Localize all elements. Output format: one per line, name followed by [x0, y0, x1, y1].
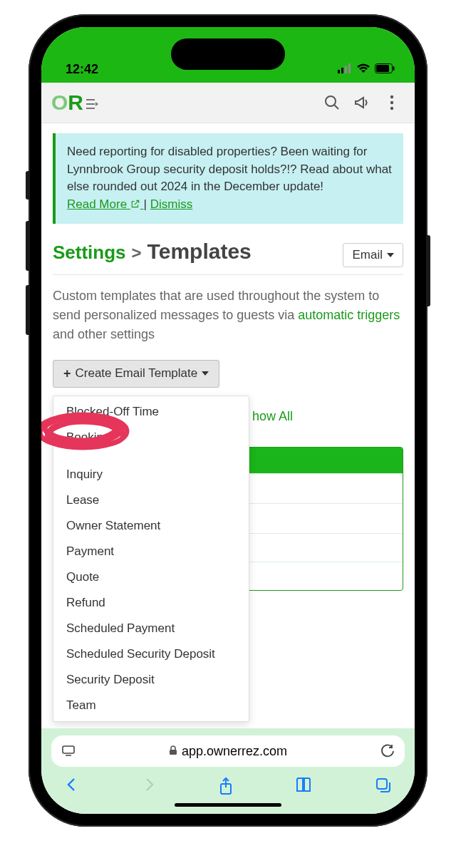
- back-icon[interactable]: [64, 777, 80, 798]
- automatic-triggers-link[interactable]: automatic triggers: [298, 308, 400, 322]
- cellular-icon: [338, 62, 352, 77]
- reload-icon[interactable]: [380, 744, 395, 758]
- phone-volume-up: [26, 221, 30, 271]
- dropdown-item-owner-statement[interactable]: Owner Statement: [53, 513, 249, 539]
- dropdown-item-inquiry[interactable]: Inquiry: [53, 462, 249, 487]
- svg-rect-6: [393, 66, 395, 71]
- screen: 12:42 O R: [41, 27, 415, 814]
- dropdown-item-refund[interactable]: Refund: [53, 590, 249, 616]
- dynamic-island: [171, 38, 285, 70]
- battery-icon: [375, 62, 395, 77]
- search-icon[interactable]: [319, 90, 345, 115]
- svg-rect-3: [348, 63, 351, 73]
- logo-o: O: [51, 91, 68, 115]
- dismiss-link[interactable]: Dismiss: [150, 197, 193, 211]
- svg-point-12: [390, 95, 393, 98]
- chevron-down-icon: [202, 371, 209, 376]
- breadcrumb-separator: >: [132, 243, 142, 263]
- phone-power-button: [426, 235, 430, 306]
- bookmarks-icon[interactable]: [295, 777, 314, 798]
- svg-rect-0: [338, 70, 340, 73]
- notice-banner: Need reporting for disabled properties? …: [53, 133, 403, 224]
- svg-rect-1: [341, 68, 343, 73]
- lock-icon: [169, 744, 177, 759]
- safari-toolbar: [51, 767, 405, 798]
- settings-link[interactable]: Settings: [53, 242, 126, 264]
- svg-rect-5: [376, 65, 389, 72]
- create-email-template-button[interactable]: + Create Email Template: [53, 360, 219, 388]
- logo-r: R: [68, 91, 83, 115]
- svg-point-13: [390, 101, 393, 104]
- svg-line-11: [334, 105, 338, 109]
- notice-separator: |: [144, 197, 150, 211]
- megaphone-icon[interactable]: [349, 90, 375, 115]
- svg-point-10: [326, 96, 336, 106]
- forward-icon: [141, 777, 157, 798]
- notice-text: Need reporting for disabled properties? …: [67, 145, 392, 193]
- read-more-link[interactable]: Read More: [67, 197, 144, 211]
- phone-volume-down: [26, 285, 30, 335]
- phone-mute-switch: [26, 171, 30, 200]
- dropdown-item-quote[interactable]: Quote: [53, 564, 249, 590]
- wifi-icon: [356, 62, 370, 77]
- dropdown-item-team[interactable]: Team: [53, 693, 249, 718]
- dropdown-item-lease[interactable]: Lease: [53, 487, 249, 513]
- tabs-icon[interactable]: [375, 777, 392, 798]
- app-header: O R: [41, 83, 415, 123]
- svg-rect-2: [345, 66, 347, 73]
- more-icon[interactable]: [379, 90, 405, 115]
- logo[interactable]: O R: [51, 91, 99, 115]
- dropdown-item-payment[interactable]: Payment: [53, 539, 249, 564]
- svg-point-14: [390, 107, 393, 110]
- breadcrumb: Settings > Templates Email: [53, 239, 403, 267]
- divider: [53, 274, 403, 275]
- plus-icon: +: [63, 366, 71, 381]
- dropdown-item-security-deposit[interactable]: Security Deposit: [53, 667, 249, 693]
- svg-rect-22: [170, 750, 177, 755]
- home-indicator: [175, 803, 281, 807]
- dropdown-item-scheduled-payment[interactable]: Scheduled Payment: [53, 616, 249, 641]
- dropdown-item-booking[interactable]: Booking: [53, 425, 249, 450]
- filter-dropdown[interactable]: Email: [343, 243, 403, 267]
- url-bar[interactable]: app.ownerrez.com: [51, 735, 405, 767]
- svg-rect-25: [377, 779, 387, 789]
- url-host: app.ownerrez.com: [182, 744, 287, 759]
- content: Need reporting for disabled properties? …: [41, 123, 415, 728]
- chevron-down-icon: [387, 253, 394, 257]
- phone-frame: 12:42 O R: [28, 14, 428, 827]
- create-template-dropdown: Blocked-Off Time Booking Inquiry Lease O…: [53, 396, 249, 722]
- dropdown-item-blocked-off-time[interactable]: Blocked-Off Time: [53, 399, 249, 425]
- page-title: Templates: [147, 239, 252, 264]
- safari-chrome: app.ownerrez.com: [41, 728, 415, 814]
- status-time: 12:42: [66, 62, 98, 77]
- show-all-link-partial[interactable]: how All: [252, 409, 293, 423]
- menu-icon[interactable]: [86, 98, 99, 113]
- svg-rect-20: [63, 746, 74, 753]
- description: Custom templates that are used throughou…: [53, 286, 403, 344]
- share-icon[interactable]: [218, 777, 234, 798]
- reader-icon[interactable]: [61, 745, 76, 758]
- dropdown-item-scheduled-security-deposit[interactable]: Scheduled Security Deposit: [53, 641, 249, 667]
